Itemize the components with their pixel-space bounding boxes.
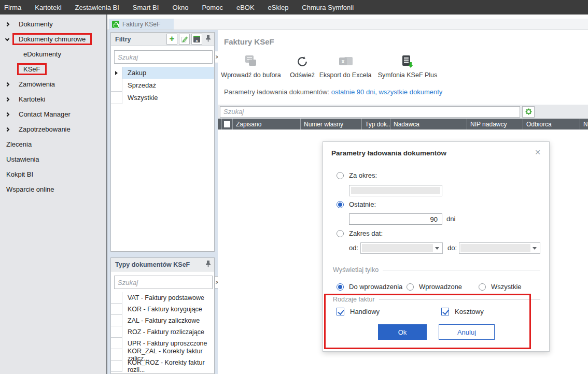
doc-type-row[interactable]: ROZ - Faktury rozliczające: [111, 326, 214, 338]
filter-row-sprzedaz[interactable]: Sprzedaż: [111, 79, 214, 92]
checkbox-kosztowy[interactable]: Kosztowy: [441, 308, 484, 315]
edit-filter-button[interactable]: [179, 34, 190, 45]
load-params-label: Parametry ładowania dokumentów:: [224, 88, 329, 96]
row-selector: [111, 79, 122, 92]
close-icon[interactable]: ✕: [535, 148, 541, 156]
checkbox-handlowy[interactable]: Handlowy: [337, 308, 380, 315]
page-title: Faktury KSeF: [224, 37, 274, 46]
radio-ostatnie[interactable]: Ostatnie:: [337, 200, 376, 208]
pin-icon[interactable]: [205, 35, 211, 44]
menu-item-firma[interactable]: Firma: [4, 0, 28, 15]
cancel-button[interactable]: Anuluj: [439, 324, 495, 340]
content-top-strip: [107, 15, 588, 19]
pencil-icon: [181, 36, 188, 42]
do-label: do:: [447, 244, 457, 252]
column-header-n[interactable]: N: [580, 119, 588, 130]
dropdown-arrow-icon: [530, 244, 539, 252]
ok-button[interactable]: Ok: [378, 324, 427, 340]
excel-icon: x: [338, 56, 353, 67]
date-to-dropdown[interactable]: [459, 242, 540, 254]
select-all-checkbox[interactable]: [222, 119, 233, 130]
add-filter-button[interactable]: +: [166, 34, 177, 45]
radio-selected-icon: [337, 201, 344, 208]
column-header-numer-wlasny[interactable]: Numer własny: [301, 119, 362, 130]
menu-item-pomoc[interactable]: Pomoc: [195, 0, 229, 15]
menu-item-kartoteki[interactable]: Kartoteki: [28, 0, 68, 15]
grid-settings-button[interactable]: [522, 106, 535, 118]
checkbox-icon: [224, 121, 230, 127]
sidebar-item-zamowienia[interactable]: Zamówienia: [0, 77, 106, 92]
ostatnie-days-input[interactable]: [349, 213, 442, 225]
filter-row-wszystkie[interactable]: Wszystkie: [111, 92, 214, 104]
checkbox-checked-icon: [441, 308, 449, 315]
group-rodzaje-faktur: Rodzaje faktur: [333, 296, 540, 303]
filters-search-input[interactable]: [114, 50, 213, 64]
sidebar-item-ksef[interactable]: KSeF: [0, 62, 106, 77]
sidebar-item-wsparcie-online[interactable]: Wsparcie online: [0, 182, 106, 197]
sidebar-item-contact-manager[interactable]: Contact Manager: [0, 107, 106, 122]
doc-types-search-input[interactable]: [114, 276, 213, 289]
dni-label: dni: [446, 215, 455, 223]
annotation-highlight: KSeF: [17, 63, 47, 75]
grid-search-input[interactable]: [220, 106, 520, 118]
column-header-typ-dok[interactable]: Typ dok...: [362, 119, 390, 130]
eksport-do-excela-button[interactable]: x Eksport do Excela: [312, 53, 379, 79]
doc-type-row[interactable]: ZAL - Faktury zaliczkowe: [111, 315, 214, 326]
doc-type-row[interactable]: KOR - Faktury korygujące: [111, 304, 214, 315]
menu-item-ebok[interactable]: eBOK: [230, 0, 261, 15]
load-params-line: Parametry ładowania dokumentów: ostatnie…: [224, 88, 442, 96]
dropdown-arrow-icon: [433, 244, 441, 252]
sidebar-item-dokumenty-chmurowe[interactable]: Dokumenty chmurowe: [0, 32, 106, 47]
tab-faktury-ksef[interactable]: Faktury KSeF: [109, 19, 174, 30]
sidebar-item-dokumenty[interactable]: Dokumenty: [0, 17, 106, 32]
sidebar-item-kokpit-bi[interactable]: Kokpit BI: [0, 167, 106, 182]
delete-filter-button[interactable]: [191, 34, 202, 45]
menu-item-esklep[interactable]: eSklep: [261, 0, 296, 15]
load-params-link[interactable]: ostatnie 90 dni, wszystkie dokumenty: [331, 88, 443, 96]
sidebar-item-zapotrzebowanie[interactable]: Zapotrzebowanie: [0, 122, 106, 137]
menu-item-zestawienia-bi[interactable]: Zestawienia BI: [68, 0, 126, 15]
radio-wszystkie[interactable]: Wszystkie: [479, 283, 522, 291]
column-header-nadawca[interactable]: Nadawca: [390, 119, 467, 130]
date-from-dropdown[interactable]: [360, 242, 443, 254]
column-header-odbiorca[interactable]: Odbiorca: [523, 119, 580, 130]
chevron-down-icon: [5, 36, 9, 40]
column-header-nip-nadawcy[interactable]: NIP nadawcy: [467, 119, 523, 130]
chevron-right-icon: [5, 97, 9, 101]
chevron-right-icon: [5, 112, 9, 116]
doc-types-panel-header: Typy dokumentów KSeF: [111, 258, 214, 271]
radio-icon: [407, 283, 414, 291]
plus-icon: +: [170, 34, 175, 43]
filters-search-row: ×: [111, 46, 214, 64]
filters-panel-title: Filtry: [115, 36, 165, 43]
column-header-zapisano[interactable]: Zapisano: [233, 119, 301, 130]
sidebar-item-ustawienia[interactable]: Ustawienia: [0, 152, 106, 167]
row-selector: [111, 304, 122, 315]
row-selector: [111, 92, 122, 104]
menu-item-chmura-symfonii[interactable]: Chmura Symfonii: [295, 0, 360, 15]
menu-item-smart-bi[interactable]: Smart BI: [126, 0, 166, 15]
filter-row-zakup[interactable]: Zakup: [111, 67, 214, 79]
dialog-title: Parametry ładowania dokumentów: [331, 149, 446, 157]
sidebar-item-edokumenty[interactable]: eDokumenty: [0, 47, 106, 62]
pin-icon[interactable]: [205, 260, 211, 269]
row-selector: [111, 349, 122, 361]
doc-type-row[interactable]: VAT - Faktury podstawowe: [111, 292, 214, 304]
chevron-right-icon: [5, 82, 9, 86]
symfonia-ksef-plus-button[interactable]: Symfonia KSeF Plus: [374, 53, 441, 79]
ksef-basket-icon: [112, 21, 119, 28]
radio-zakres-dat[interactable]: Zakres dat:: [337, 229, 383, 237]
menu-item-okno[interactable]: Okno: [165, 0, 195, 15]
radio-do-wprowadzenia[interactable]: Do wprowadzenia: [337, 283, 402, 291]
sidebar-item-zlecenia[interactable]: Zlecenia: [0, 137, 106, 152]
sidebar-nav: Dokumenty Dokumenty chmurowe eDokumenty …: [0, 15, 107, 374]
sidebar-item-kartoteki[interactable]: Kartoteki: [0, 92, 106, 107]
menu-bar: Firma Kartoteki Zestawienia BI Smart BI …: [0, 0, 588, 15]
chevron-right-icon: [5, 22, 9, 26]
radio-za-okres[interactable]: Za okres:: [337, 171, 377, 179]
doc-type-row[interactable]: KOR_ROZ - Korekty faktur rozli...: [111, 361, 214, 372]
gear-icon: [525, 108, 533, 116]
row-indicator-column: [218, 119, 222, 130]
radio-icon: [337, 172, 344, 179]
radio-wprowadzone[interactable]: Wprowadzone: [407, 283, 462, 291]
